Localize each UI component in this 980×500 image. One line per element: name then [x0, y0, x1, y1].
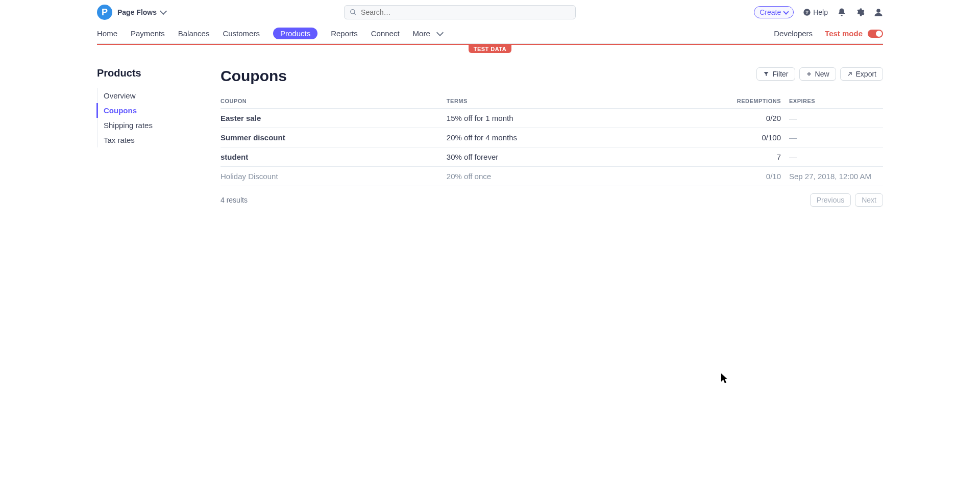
developers-link[interactable]: Developers [774, 29, 813, 38]
nav-item-customers[interactable]: Customers [223, 29, 260, 38]
main-nav: HomePaymentsBalancesCustomersProductsRep… [97, 23, 883, 44]
nav-item-connect[interactable]: Connect [371, 29, 400, 38]
sidebar-list: OverviewCouponsShipping ratesTax rates [97, 88, 196, 147]
col-expires[interactable]: EXPIRES [781, 94, 883, 109]
cell-terms: 20% off for 4 months [447, 128, 725, 147]
cell-expires: Sep 27, 2018, 12:00 AM [781, 167, 883, 186]
nav-item-home[interactable]: Home [97, 29, 117, 38]
svg-line-7 [848, 72, 851, 76]
cell-coupon: Holiday Discount [220, 167, 447, 186]
help-icon: ? [803, 8, 811, 16]
nav-item-reports[interactable]: Reports [331, 29, 358, 38]
topbar: P Page Flows Create ? Help [97, 0, 883, 22]
export-label: Export [856, 70, 876, 78]
filter-button[interactable]: Filter [756, 67, 795, 81]
table-row[interactable]: student30% off forever7— [220, 147, 883, 167]
mouse-cursor [721, 373, 728, 384]
new-button[interactable]: New [799, 67, 836, 81]
help-label: Help [813, 8, 828, 16]
svg-point-0 [351, 10, 355, 14]
sidebar-item-overview[interactable]: Overview [97, 88, 196, 103]
cell-terms: 20% off once [447, 167, 725, 186]
gear-icon [855, 8, 865, 17]
profile-button[interactable] [874, 8, 883, 17]
next-button[interactable]: Next [855, 193, 883, 207]
cell-redemptions: 0/10 [725, 167, 781, 186]
search-input[interactable] [361, 8, 570, 16]
cell-coupon: student [220, 147, 447, 167]
account-name[interactable]: Page Flows [117, 8, 157, 16]
plus-icon [806, 71, 812, 77]
settings-button[interactable] [855, 8, 865, 17]
svg-point-4 [876, 9, 880, 13]
search-icon [350, 9, 357, 16]
table-row[interactable]: Easter sale15% off for 1 month0/20— [220, 109, 883, 128]
cell-terms: 15% off for 1 month [447, 109, 725, 128]
cell-redemptions: 7 [725, 147, 781, 167]
filter-label: Filter [772, 70, 788, 78]
chevron-down-icon [783, 9, 789, 14]
create-button[interactable]: Create [754, 6, 794, 18]
account-logo[interactable]: P [97, 5, 112, 20]
nav-item-balances[interactable]: Balances [178, 29, 210, 38]
svg-line-1 [354, 13, 356, 15]
notifications-button[interactable] [837, 8, 846, 17]
sidebar-item-coupons[interactable]: Coupons [96, 103, 196, 118]
nav-item-payments[interactable]: Payments [131, 29, 165, 38]
bell-icon [837, 8, 846, 17]
filter-icon [763, 71, 769, 77]
cell-expires: — [781, 147, 883, 167]
test-mode-label: Test mode [825, 29, 863, 38]
test-mode-switch[interactable] [868, 30, 883, 38]
export-button[interactable]: Export [840, 67, 883, 81]
test-mode-toggle-wrap: Test mode [825, 29, 883, 38]
user-icon [874, 8, 883, 17]
export-icon [847, 71, 853, 77]
sidebar-item-tax-rates[interactable]: Tax rates [97, 133, 196, 147]
create-label: Create [760, 8, 781, 16]
nav-item-products[interactable]: Products [273, 28, 317, 39]
cell-redemptions: 0/100 [725, 128, 781, 147]
col-terms[interactable]: TERMS [447, 94, 725, 109]
previous-button[interactable]: Previous [810, 193, 851, 207]
cell-expires: — [781, 128, 883, 147]
search-input-wrap[interactable] [344, 5, 576, 19]
sidebar-item-shipping-rates[interactable]: Shipping rates [97, 118, 196, 133]
cell-redemptions: 0/20 [725, 109, 781, 128]
cell-coupon: Summer discount [220, 128, 447, 147]
cell-coupon: Easter sale [220, 109, 447, 128]
chevron-down-icon [436, 29, 444, 36]
new-label: New [815, 70, 829, 78]
page-title: Coupons [220, 67, 287, 85]
cell-terms: 30% off forever [447, 147, 725, 167]
help-link[interactable]: ? Help [803, 8, 828, 16]
coupons-table: COUPON TERMS REDEMPTIONS EXPIRES Easter … [220, 94, 883, 186]
table-row[interactable]: Summer discount20% off for 4 months0/100… [220, 128, 883, 147]
main-content: Coupons Filter New Export [220, 67, 883, 214]
col-coupon[interactable]: COUPON [220, 94, 447, 109]
svg-text:?: ? [805, 10, 808, 15]
test-data-tag: TEST DATA [469, 45, 512, 53]
cell-expires: — [781, 109, 883, 128]
col-redemptions[interactable]: REDEMPTIONS [725, 94, 781, 109]
sidebar-title: Products [97, 67, 196, 79]
nav-item-more[interactable]: More [413, 29, 443, 38]
table-row[interactable]: Holiday Discount20% off once0/10Sep 27, … [220, 167, 883, 186]
test-data-tag-wrap: TEST DATA [0, 45, 980, 53]
sidebar: Products OverviewCouponsShipping ratesTa… [97, 67, 196, 214]
results-count: 4 results [220, 196, 248, 204]
